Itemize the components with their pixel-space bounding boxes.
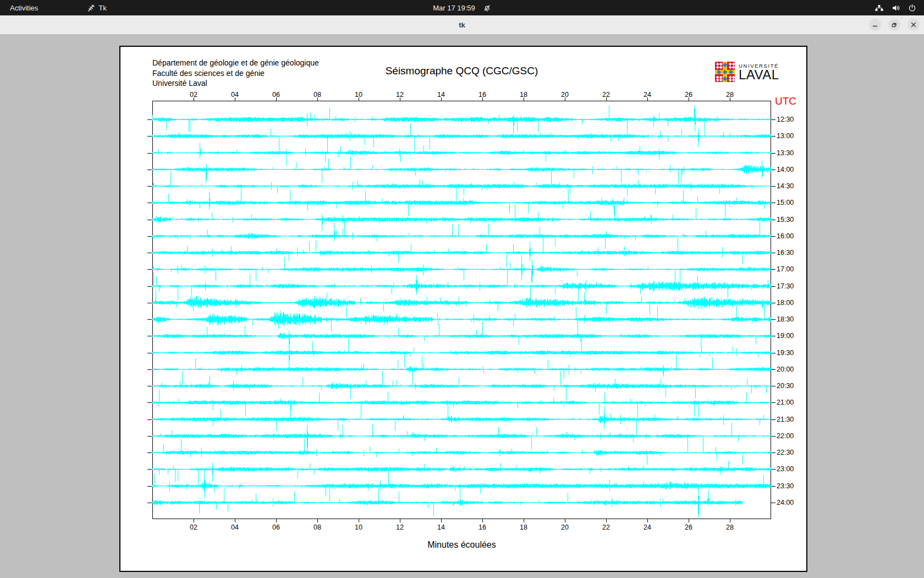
trace-time-label: 24:00: [777, 499, 794, 506]
time-tick-mark: [147, 286, 152, 287]
maximize-button[interactable]: [888, 19, 900, 31]
seismograph-app-window: Département de géologie et de génie géol…: [119, 46, 807, 572]
window-titlebar[interactable]: tk: [0, 15, 924, 35]
trace-time-label: 18:00: [777, 299, 794, 307]
tk-feather-icon: [87, 4, 95, 12]
trace-time-label: 16:30: [777, 249, 794, 257]
minimize-button[interactable]: [869, 19, 881, 31]
time-tick-mark: [147, 319, 152, 320]
x-tick-mark: [565, 519, 565, 522]
time-tick-mark: [771, 220, 776, 220]
time-tick-mark: [147, 436, 152, 437]
activities-button[interactable]: Activities: [0, 0, 48, 15]
x-tick-mark: [235, 519, 235, 522]
time-tick-mark: [771, 386, 776, 386]
clock-area[interactable]: Mar 17 19:59: [433, 0, 491, 15]
x-tick-mark: [730, 519, 730, 522]
trace-time-label: 17:00: [777, 265, 794, 273]
tk-app-indicator[interactable]: Tk: [87, 4, 106, 12]
x-tick-label: 22: [595, 524, 617, 531]
trace-time-label: 13:00: [777, 132, 794, 140]
time-tick-mark: [771, 303, 776, 303]
x-tick-mark: [565, 97, 565, 101]
time-tick-mark: [771, 319, 776, 320]
x-tick-label: 10: [348, 524, 370, 531]
time-tick-mark: [147, 220, 152, 220]
close-button[interactable]: [908, 19, 920, 31]
time-tick-mark: [771, 369, 776, 370]
time-tick-mark: [147, 353, 152, 353]
trace-time-label: 18:30: [777, 315, 794, 323]
x-tick-mark: [647, 97, 648, 101]
laval-shield-icon: ✚✚ ✚✚ ✚✚ ✚✚ ✚✚ ✚✚ ✚✚ ✚✚: [715, 62, 735, 82]
x-tick-mark: [647, 519, 648, 522]
seismogram-canvas: [152, 101, 771, 519]
time-tick-mark: [147, 402, 152, 403]
time-tick-mark: [147, 386, 152, 386]
trace-time-label: 19:30: [777, 349, 794, 357]
time-tick-mark: [147, 170, 152, 170]
trace-time-label: 22:30: [777, 449, 794, 456]
x-tick-label: 20: [554, 524, 576, 531]
time-tick-mark: [147, 336, 152, 336]
x-tick-label: 04: [224, 524, 246, 531]
x-tick-mark: [317, 97, 318, 101]
trace-time-label: 14:30: [777, 182, 794, 190]
x-tick-mark: [400, 519, 400, 522]
network-wired-icon[interactable]: [875, 4, 884, 12]
x-tick-label: 12: [389, 524, 411, 531]
time-tick-mark: [771, 253, 776, 253]
trace-time-label: 15:00: [777, 199, 794, 206]
institution-line: Université Laval: [152, 78, 319, 89]
x-tick-label: 14: [430, 524, 452, 531]
trace-time-label: 23:30: [777, 482, 794, 490]
time-tick-mark: [771, 119, 776, 120]
volume-icon[interactable]: [892, 4, 900, 12]
utc-axis-header: UTC: [775, 95, 796, 107]
plot-title: Séismographe QCQ (CGC/GSC): [152, 65, 771, 77]
time-tick-mark: [771, 436, 776, 437]
time-tick-mark: [771, 136, 776, 137]
trace-time-label: 15:30: [777, 216, 794, 223]
time-tick-mark: [147, 253, 152, 253]
x-axis-title: Minutes écoulées: [152, 540, 771, 550]
time-tick-mark: [771, 452, 776, 453]
time-tick-mark: [771, 503, 776, 503]
power-icon[interactable]: [908, 4, 916, 12]
time-tick-mark: [771, 203, 776, 203]
time-tick-mark: [147, 186, 152, 187]
window-title: tk: [0, 15, 924, 34]
x-tick-mark: [606, 519, 607, 522]
trace-time-label: 13:30: [777, 149, 794, 157]
top-bar: Activities Tk Mar 17 19:59: [0, 0, 924, 15]
time-tick-mark: [147, 136, 152, 137]
x-tick-mark: [400, 97, 400, 101]
x-tick-label: 26: [678, 524, 700, 531]
trace-time-label: 21:30: [777, 416, 794, 423]
x-tick-mark: [194, 97, 194, 101]
time-tick-mark: [771, 336, 776, 336]
x-tick-mark: [194, 519, 194, 522]
x-tick-mark: [235, 97, 235, 101]
trace-time-label: 23:00: [777, 465, 794, 473]
time-tick-mark: [147, 236, 152, 237]
trace-time-label: 20:00: [777, 366, 794, 373]
x-tick-mark: [276, 97, 277, 101]
time-tick-mark: [147, 419, 152, 420]
trace-time-label: 12:30: [777, 116, 794, 123]
clock-label: Mar 17 19:59: [433, 4, 475, 12]
trace-time-label: 22:00: [777, 432, 794, 440]
desktop: Activities Tk Mar 17 19:59: [0, 0, 924, 578]
time-tick-mark: [147, 369, 152, 370]
x-tick-mark: [359, 519, 359, 522]
trace-time-label: 21:00: [777, 399, 794, 406]
x-tick-mark: [730, 97, 730, 101]
time-tick-mark: [147, 486, 152, 487]
time-tick-mark: [147, 469, 152, 470]
x-tick-mark: [482, 519, 483, 522]
notifications-disabled-icon: [483, 4, 491, 12]
logo-laval-text: LAVAL: [739, 69, 779, 81]
trace-time-label: 17:30: [777, 282, 794, 290]
universite-laval-logo: ✚✚ ✚✚ ✚✚ ✚✚ ✚✚ ✚✚ ✚✚ ✚✚ UNIVERSITÉ LAVAL: [715, 62, 779, 82]
trace-time-label: 14:00: [777, 166, 794, 173]
